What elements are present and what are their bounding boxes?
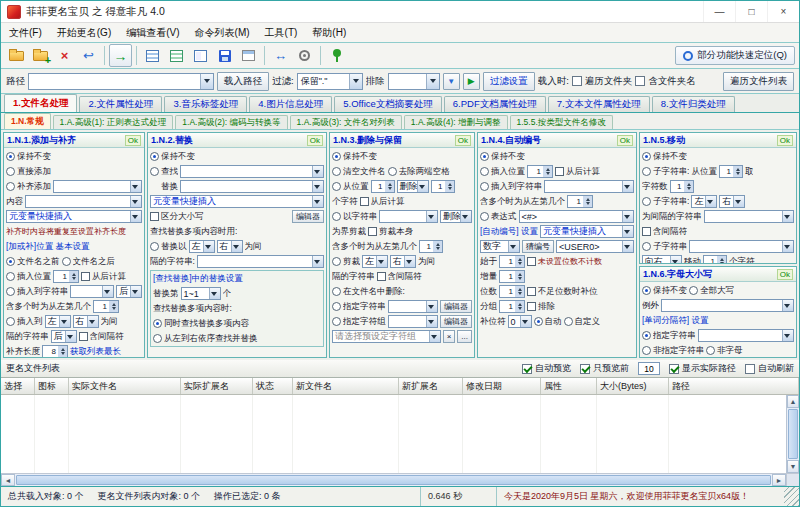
- p1-get-longest-link[interactable]: 获取列表最长: [70, 346, 121, 358]
- p5-direction-combo[interactable]: 向右: [642, 255, 682, 264]
- p6-non-alpha-radio[interactable]: [706, 346, 715, 355]
- options-button[interactable]: [293, 44, 316, 67]
- p1-pad-add-combo[interactable]: [53, 180, 142, 193]
- scroll-down-icon[interactable]: ▼: [787, 460, 799, 473]
- p1-keep-radio[interactable]: [6, 152, 15, 161]
- p4-custom-radio[interactable]: [564, 317, 573, 326]
- p5-substr-combo[interactable]: [689, 240, 794, 253]
- p3-count-spinner[interactable]: 1: [431, 180, 455, 193]
- p5-count-spinner[interactable]: 1: [670, 180, 694, 193]
- tab-pdf-attrs[interactable]: 6.PDF文档属性处理: [444, 96, 546, 112]
- p3-clear-preset-button[interactable]: ×: [443, 330, 456, 343]
- column-real-filename[interactable]: 实际文件名: [69, 378, 181, 394]
- p2-editor-button[interactable]: 编辑器: [292, 210, 324, 223]
- start-rename-button[interactable]: →: [109, 44, 132, 67]
- p1-pad-length-spinner[interactable]: 8: [42, 345, 68, 358]
- p5-right-combo[interactable]: 右: [719, 195, 745, 208]
- p6-except-combo[interactable]: [661, 299, 794, 312]
- p4-insert-string-combo[interactable]: [544, 180, 634, 193]
- p1-insert-pos-radio[interactable]: [6, 272, 15, 281]
- command-list-button[interactable]: [141, 44, 164, 67]
- p2-simultaneous-radio[interactable]: [153, 319, 162, 328]
- p4-exclude-checkbox[interactable]: [527, 302, 536, 311]
- p5-pos-spinner[interactable]: 1: [719, 165, 743, 178]
- subtab-name-pairs[interactable]: 1.A.高级(3): 文件名对列表: [290, 115, 402, 129]
- path-combo[interactable]: [28, 73, 214, 90]
- p1-insert-between-radio[interactable]: [6, 317, 15, 326]
- save-list-button[interactable]: [213, 44, 236, 67]
- p4-nth-spinner[interactable]: 1: [567, 195, 593, 208]
- load-path-button[interactable]: 载入路径: [217, 72, 269, 91]
- p2-right-combo[interactable]: 右: [217, 240, 243, 253]
- p3-spec-set-radio[interactable]: [332, 317, 341, 326]
- traverse-file-list-button[interactable]: 遍历文件列表: [723, 72, 794, 91]
- p3-pos-spinner[interactable]: 1: [371, 180, 395, 193]
- p1-right-combo[interactable]: 右: [73, 315, 99, 328]
- p4-start-spinner[interactable]: 1: [499, 255, 525, 268]
- p3-editor-button-2[interactable]: 编辑器: [440, 315, 472, 328]
- p3-from-end-checkbox[interactable]: [360, 197, 369, 206]
- p3-keep-radio[interactable]: [332, 152, 341, 161]
- p3-nth-spinner[interactable]: 1: [419, 240, 443, 253]
- p3-clear-name-radio[interactable]: [332, 167, 341, 176]
- p4-expression-combo[interactable]: <#>: [519, 210, 635, 223]
- column-modified-date[interactable]: 修改日期: [463, 378, 541, 394]
- p2-replace-combo[interactable]: [180, 180, 324, 193]
- ok-button[interactable]: Ok: [777, 269, 793, 280]
- p4-guess-number-button[interactable]: 猜编号: [522, 240, 554, 253]
- p1-pad-add-radio[interactable]: [6, 182, 15, 191]
- p3-bound-delete-combo[interactable]: 删除: [440, 210, 472, 223]
- p4-expression-radio[interactable]: [480, 212, 489, 221]
- p4-user-var-combo[interactable]: <USER0>: [556, 240, 634, 253]
- p1-content-combo[interactable]: [25, 195, 142, 208]
- ok-button[interactable]: Ok: [777, 135, 793, 146]
- p3-more-button[interactable]: ...: [457, 330, 472, 343]
- ok-button[interactable]: Ok: [455, 135, 471, 146]
- p4-group-spinner[interactable]: 1: [499, 300, 525, 313]
- p4-pad-char-combo[interactable]: 0: [508, 315, 532, 328]
- p3-right-combo[interactable]: 右: [390, 255, 416, 268]
- p6-spec-string-combo[interactable]: [698, 329, 795, 342]
- p5-substr-between-radio[interactable]: [642, 197, 651, 206]
- p3-by-string-radio[interactable]: [332, 212, 341, 221]
- maximize-button[interactable]: □: [735, 1, 767, 22]
- resize-grip[interactable]: [784, 487, 799, 506]
- quick-locate-button[interactable]: 部分功能快速定位(Q): [675, 46, 795, 65]
- swap-button[interactable]: ↔: [269, 44, 292, 67]
- p2-keep-radio[interactable]: [150, 152, 159, 161]
- horizontal-scroll-thumb[interactable]: [16, 475, 771, 485]
- tab-text-attrs[interactable]: 7.文本文件属性处理: [548, 96, 650, 112]
- p3-string-combo[interactable]: [379, 210, 438, 223]
- p1-from-end-checkbox[interactable]: [81, 272, 90, 281]
- p3-spec-set-combo[interactable]: [388, 315, 439, 328]
- filter-combo[interactable]: 保留".": [297, 73, 363, 90]
- p4-insert-to-string-radio[interactable]: [480, 182, 489, 191]
- menu-tools[interactable]: 工具(T): [265, 26, 298, 40]
- p3-delete-combo[interactable]: 删除: [397, 180, 429, 193]
- p4-meta-insert-combo[interactable]: 元变量快捷插入: [540, 225, 634, 238]
- subtab-general[interactable]: 1.N.常规: [4, 113, 51, 129]
- column-new-filename[interactable]: 新文件名: [293, 378, 399, 394]
- exclude-combo[interactable]: [388, 73, 440, 90]
- p1-before-after-combo[interactable]: 后: [116, 285, 142, 298]
- p4-insert-pos-radio[interactable]: [480, 167, 489, 176]
- p1-left-combo[interactable]: 左: [45, 315, 71, 328]
- p5-substr-pos-radio[interactable]: [642, 167, 651, 176]
- p5-left-combo[interactable]: 左: [691, 195, 717, 208]
- p3-editor-button-1[interactable]: 编辑器: [440, 300, 472, 313]
- p5-between-combo[interactable]: [704, 210, 795, 223]
- filter-settings-button[interactable]: 过滤设置: [483, 72, 535, 91]
- p5-substr-combo-radio[interactable]: [642, 242, 651, 251]
- p3-left-combo[interactable]: 左: [362, 255, 388, 268]
- minimize-button[interactable]: —: [703, 1, 735, 22]
- tab-file-attrs[interactable]: 2.文件属性处理: [79, 96, 162, 112]
- p4-no-count-checkbox[interactable]: [527, 257, 536, 266]
- preview-count-input[interactable]: [638, 362, 660, 375]
- subtab-by-type[interactable]: 1.5.5.按类型文件名修改: [510, 115, 613, 129]
- p2-replace-between-radio[interactable]: [150, 242, 159, 251]
- p5-include-sep-checkbox[interactable]: [642, 227, 651, 236]
- p2-meta-insert-combo[interactable]: 元变量快捷插入: [150, 195, 324, 208]
- p5-keep-radio[interactable]: [642, 152, 651, 161]
- p6-non-spec-radio[interactable]: [642, 346, 651, 355]
- p1-before-name-radio[interactable]: [6, 257, 15, 266]
